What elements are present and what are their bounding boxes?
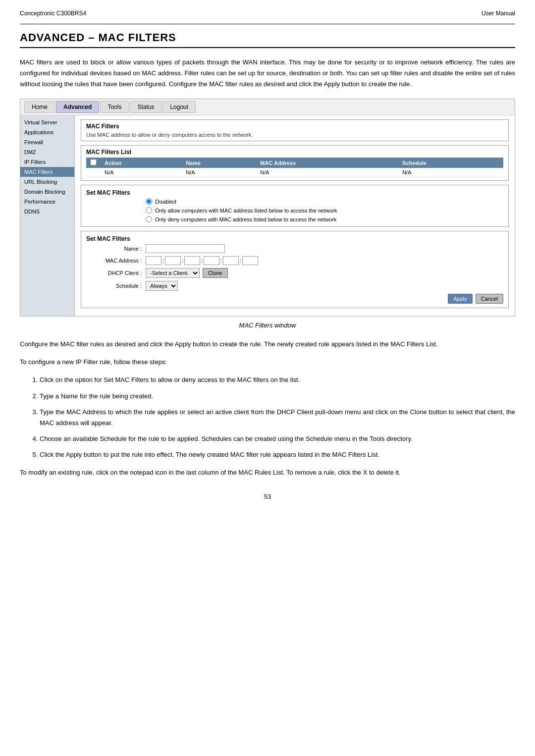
mac-filters-title: MAC Filters	[86, 123, 503, 130]
dhcp-select[interactable]: -Select a Client-	[146, 268, 200, 278]
caption: MAC Filters window	[20, 322, 515, 329]
cancel-button[interactable]: Cancel	[476, 294, 503, 304]
mac-fields: : : : : :	[146, 256, 258, 265]
body-text-3: To modify an existing rule, click on the…	[20, 467, 515, 478]
col-schedule: Schedule	[398, 158, 503, 168]
page-title: ADVANCED – MAC FILTERS	[20, 31, 515, 48]
col-name: Name	[182, 158, 256, 168]
radio-deny-label: Only deny computers with MAC address lis…	[155, 216, 336, 222]
sidebar-item-url-blocking[interactable]: URL Blocking	[20, 177, 74, 187]
body-text-2: To configure a new IP Filter rule, follo…	[20, 357, 515, 368]
set-mac-filters-radio-box: Set MAC Filters Disabled Only allow comp…	[81, 185, 509, 227]
step-5: Click the Apply button to put the rule i…	[40, 449, 515, 460]
row-schedule: N/A	[398, 168, 503, 177]
clone-button[interactable]: Clone	[203, 268, 228, 278]
mac-filters-desc: Use MAC address to allow or deny compute…	[86, 132, 503, 138]
step-2: Type a Name for the rule being created.	[40, 391, 515, 402]
sidebar-item-dmz[interactable]: DMZ	[20, 147, 74, 157]
nav-status[interactable]: Status	[130, 101, 161, 113]
row-mac: N/A	[256, 168, 398, 177]
apply-button[interactable]: Apply	[448, 294, 473, 304]
step-1: Click on the option for Set MAC Filters …	[40, 375, 515, 385]
set-mac-filters-form-box: Set MAC Filters Name : MAC Address : : :…	[81, 231, 509, 308]
row-name: N/A	[182, 168, 256, 177]
mac-row: MAC Address : : : : : :	[86, 256, 503, 265]
radio-allow[interactable]	[146, 207, 152, 214]
col-mac: MAC Address	[256, 158, 398, 168]
main-content: MAC Filters Use MAC address to allow or …	[75, 115, 515, 316]
nav-logout[interactable]: Logout	[162, 101, 196, 113]
body-text-1: Configure the MAC filter rules as desire…	[20, 339, 515, 350]
radio-row-disabled: Disabled	[146, 198, 503, 205]
header-right: User Manual	[482, 10, 515, 17]
intro-text: MAC filters are used to block or allow v…	[20, 57, 515, 90]
nav-tools[interactable]: Tools	[100, 101, 129, 113]
dhcp-label: DHCP Client :	[86, 270, 146, 276]
mac-field-2[interactable]	[165, 256, 181, 265]
dhcp-input-row: -Select a Client- Clone	[146, 268, 228, 278]
select-all-checkbox[interactable]	[90, 159, 97, 165]
col-action: Action	[101, 158, 182, 168]
mac-sep-2: :	[182, 258, 183, 264]
router-body: Virtual Server Applications Firewall DMZ…	[20, 115, 515, 316]
sidebar-item-virtual-server[interactable]: Virtual Server	[20, 117, 74, 127]
step-4: Choose an available Schedule for the rul…	[40, 433, 515, 444]
sidebar-item-mac-filters[interactable]: MAC Filters	[20, 167, 74, 177]
radio-row-allow: Only allow computers with MAC address li…	[146, 207, 503, 214]
radio-disabled[interactable]	[146, 198, 152, 205]
name-label: Name :	[86, 246, 146, 252]
mac-label: MAC Address :	[86, 258, 146, 264]
router-ui-screenshot: Home Advanced Tools Status Logout Virtua…	[20, 99, 515, 317]
mac-sep-1: :	[162, 258, 164, 264]
sidebar: Virtual Server Applications Firewall DMZ…	[20, 115, 75, 316]
row-action: N/A	[101, 168, 182, 177]
mac-field-1[interactable]	[146, 256, 161, 265]
sidebar-item-domain-blocking[interactable]: Domain Blocking	[20, 187, 74, 197]
nav-advanced[interactable]: Advanced	[56, 101, 99, 113]
radio-deny[interactable]	[146, 216, 152, 222]
router-nav: Home Advanced Tools Status Logout	[20, 99, 515, 115]
sidebar-item-performance[interactable]: Performance	[20, 197, 74, 207]
table-checkbox-col	[86, 158, 101, 168]
mac-field-6[interactable]	[242, 256, 258, 265]
sidebar-item-ip-filters[interactable]: IP Filters	[20, 157, 74, 167]
schedule-label: Schedule :	[86, 283, 146, 289]
mac-field-4[interactable]	[204, 256, 219, 265]
step-3: Type the MAC Address to which the rule a…	[40, 407, 515, 429]
radio-disabled-label: Disabled	[155, 199, 176, 205]
form-button-row: Apply Cancel	[86, 294, 503, 304]
name-row: Name :	[86, 244, 503, 253]
mac-filters-list-box: MAC Filters List Action Name MAC Address…	[81, 145, 509, 181]
name-input[interactable]	[146, 244, 225, 253]
nav-home[interactable]: Home	[24, 101, 55, 113]
page-number: 53	[20, 493, 515, 500]
radio-row-deny: Only deny computers with MAC address lis…	[146, 216, 503, 222]
mac-filters-list-title: MAC Filters List	[86, 149, 503, 156]
radio-allow-label: Only allow computers with MAC address li…	[155, 208, 337, 214]
mac-sep-3: :	[201, 258, 203, 264]
mac-sep-5: :	[240, 258, 241, 264]
steps-list: Click on the option for Set MAC Filters …	[40, 375, 515, 460]
set-mac-filters-title-1: Set MAC Filters	[86, 189, 503, 196]
radio-group: Disabled Only allow computers with MAC a…	[86, 198, 503, 222]
schedule-row: Schedule : Always	[86, 281, 503, 291]
dhcp-row: DHCP Client : -Select a Client- Clone	[86, 268, 503, 278]
schedule-select[interactable]: Always	[146, 281, 178, 291]
sidebar-item-applications[interactable]: Applications	[20, 127, 74, 137]
set-mac-filters-title-2: Set MAC Filters	[86, 235, 503, 242]
row-checkbox	[86, 168, 101, 177]
mac-field-5[interactable]	[223, 256, 239, 265]
sidebar-item-ddns[interactable]: DDNS	[20, 207, 74, 216]
table-row: N/A N/A N/A N/A	[86, 168, 503, 177]
mac-field-3[interactable]	[184, 256, 200, 265]
mac-filters-table: Action Name MAC Address Schedule N/A N/A…	[86, 158, 503, 177]
mac-sep-4: :	[220, 258, 222, 264]
header-left: Conceptronic C300BRS4	[20, 10, 86, 17]
sidebar-item-firewall[interactable]: Firewall	[20, 137, 74, 147]
mac-filters-desc-box: MAC Filters Use MAC address to allow or …	[81, 119, 509, 141]
